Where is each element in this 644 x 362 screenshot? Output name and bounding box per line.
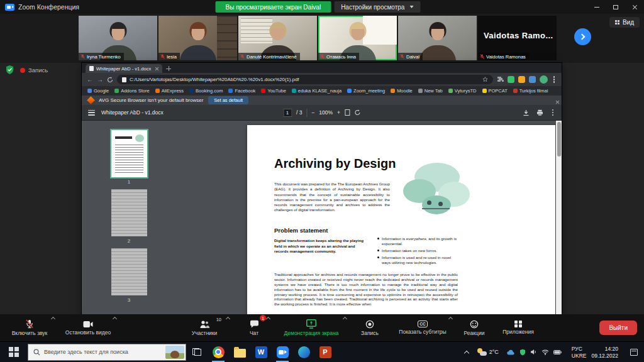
taskbar-word-button[interactable]: W — [250, 342, 272, 362]
bookmark-item[interactable]: Booking.com — [189, 88, 223, 94]
bookmark-item[interactable]: YouTube — [261, 88, 286, 94]
chevron-up-icon[interactable] — [266, 317, 270, 321]
show-captions-button[interactable]: CC Показать субтитры — [391, 314, 454, 341]
bookmark-item[interactable]: VyturysTD — [448, 88, 477, 94]
hidden-icons-chevron[interactable] — [464, 350, 469, 355]
onedrive-cloud-icon[interactable] — [507, 349, 515, 355]
thumbnail-page-number: 3 — [128, 297, 130, 303]
set-as-default-button[interactable]: Set as default — [208, 96, 248, 104]
battery-icon[interactable] — [553, 350, 562, 354]
reload-button[interactable] — [107, 77, 113, 83]
print-icon[interactable] — [536, 109, 543, 116]
wifi-icon[interactable] — [541, 349, 549, 355]
chat-button[interactable]: 1 Чат — [236, 314, 272, 341]
reactions-button[interactable]: Реакции — [457, 314, 492, 341]
chevron-up-icon[interactable] — [226, 317, 230, 321]
apps-button[interactable]: Приложения — [496, 314, 541, 341]
minimize-button[interactable] — [587, 0, 606, 14]
participants-video-strip: Iryna Tiurmenko Iesia Danutė Kontrimavič… — [0, 14, 644, 63]
rotate-icon[interactable] — [354, 109, 360, 116]
language-and-clock[interactable]: РУС 14:20 UKRE 09.12.2022 — [566, 346, 624, 359]
bookmark-label: New Tab — [425, 88, 443, 94]
view-layout-button[interactable]: Вид — [609, 17, 640, 28]
view-settings-dropdown[interactable]: Настройки просмотра — [334, 1, 420, 13]
extension-icon[interactable] — [508, 76, 514, 83]
pdf-menu-icon[interactable] — [88, 110, 95, 116]
chevron-up-icon[interactable] — [113, 317, 117, 321]
pdf-page-thumbnail-3[interactable] — [111, 248, 147, 295]
extension-icon[interactable] — [518, 76, 525, 83]
tab-close-icon[interactable] — [155, 67, 158, 70]
zoom-control-bar: Включить звук Остановить видео 10 Участн… — [0, 314, 644, 341]
bookmark-item[interactable]: New Tab — [418, 88, 443, 94]
address-bar[interactable]: C:/Users/Vartotojas/Desktop/Whitepaper%2… — [117, 75, 493, 84]
download-icon[interactable] — [523, 109, 530, 116]
bookmark-item[interactable]: POPCAT — [482, 88, 508, 94]
participants-button[interactable]: 10 Участники — [177, 314, 231, 341]
search-doodle-image[interactable] — [165, 346, 184, 359]
bookmark-item[interactable]: AliExpress — [155, 88, 184, 94]
participant-tile-danute[interactable]: Danutė Kontrimavičienė — [238, 16, 317, 60]
start-button[interactable] — [0, 342, 28, 362]
forward-button[interactable]: → — [97, 77, 103, 83]
taskbar-chrome-button[interactable] — [208, 342, 229, 362]
extensions-puzzle-icon[interactable] — [497, 76, 504, 83]
volume-icon[interactable] — [530, 349, 537, 355]
participant-tile-iesia[interactable]: Iesia — [158, 16, 237, 60]
bookmark-item[interactable]: eduka KLASE_nauja — [292, 88, 341, 94]
record-button[interactable]: Запись — [352, 314, 387, 341]
fit-page-icon[interactable] — [345, 109, 350, 116]
bookmark-item[interactable]: Turkijos filmai — [513, 88, 548, 94]
participant-tile-daival[interactable]: Daival — [398, 16, 477, 60]
chevron-right-icon — [579, 34, 586, 40]
participant-tile-iryna[interactable]: Iryna Tiurmenko — [79, 16, 157, 60]
taskbar-powerpoint-button[interactable]: P — [314, 342, 336, 362]
browser-menu-icon[interactable] — [553, 79, 555, 80]
zoom-out-button[interactable]: − — [311, 109, 314, 116]
page-number-input[interactable]: 1 — [283, 109, 292, 117]
extension-icon[interactable] — [529, 76, 536, 83]
bookmark-item[interactable]: Addons Store — [114, 88, 149, 94]
more-options-icon[interactable] — [552, 112, 554, 114]
weather-widget[interactable]: 2°C — [474, 348, 502, 356]
pdf-page-controls: 1 / 3 − 100% + — [283, 109, 360, 117]
leave-meeting-button[interactable]: Выйти — [599, 321, 637, 335]
pdf-scrollbar[interactable] — [556, 121, 562, 314]
zoom-in-button[interactable]: + — [337, 109, 340, 116]
close-button[interactable] — [625, 0, 644, 14]
bookmark-item[interactable]: Google — [87, 88, 109, 94]
clock-date: 09.12.2022 — [591, 353, 618, 359]
taskbar-zoom-button[interactable] — [272, 342, 293, 362]
bookmark-item[interactable]: Facebook — [228, 88, 255, 94]
notification-icon — [630, 349, 638, 356]
participant-tile-otamas-active-speaker[interactable]: Отамась Інна — [318, 16, 397, 60]
back-button[interactable]: ← — [87, 77, 93, 83]
unmute-button[interactable]: Включить звук — [3, 314, 57, 341]
scrollbar-thumb[interactable] — [557, 122, 561, 156]
browser-tab[interactable]: Whitepaper AbD - v1.docx — [86, 64, 162, 73]
pdf-page-thumbnail-2[interactable] — [111, 189, 147, 236]
taskbar-file-explorer-button[interactable] — [229, 342, 250, 362]
share-screen-button[interactable]: Демонстрация экрана — [274, 314, 348, 341]
next-participants-page-button[interactable] — [574, 28, 591, 45]
taskbar-edge-button[interactable] — [293, 342, 314, 362]
bookmark-item[interactable]: Zoom_meeting — [347, 88, 385, 94]
taskbar-search-input[interactable]: Введите здесь текст для поиска — [28, 344, 186, 361]
thumbnail-page-number: 1 — [128, 179, 130, 185]
pdf-page-thumbnail-1[interactable] — [111, 130, 147, 177]
recording-indicator[interactable]: Запись — [20, 67, 48, 74]
chevron-up-icon[interactable] — [51, 317, 55, 321]
chevron-up-icon[interactable] — [448, 317, 453, 321]
new-tab-button[interactable] — [166, 66, 171, 71]
profile-avatar[interactable] — [540, 75, 548, 84]
notification-center-button[interactable] — [624, 342, 644, 362]
shield-tray-icon[interactable] — [519, 349, 526, 356]
maximize-button[interactable] — [606, 0, 625, 14]
chevron-up-icon[interactable] — [343, 317, 347, 321]
stop-video-button[interactable]: Остановить видео — [58, 314, 118, 341]
bookmark-star-icon[interactable] — [482, 77, 488, 82]
participant-tile-vaidotas-camera-off[interactable]: Vaidotas Ramo... Vaidotas Ramonas — [478, 16, 557, 60]
bookmark-item[interactable]: Moodle — [391, 88, 413, 94]
task-view-button[interactable] — [186, 342, 208, 362]
meeting-security-badge[interactable] — [5, 65, 14, 77]
